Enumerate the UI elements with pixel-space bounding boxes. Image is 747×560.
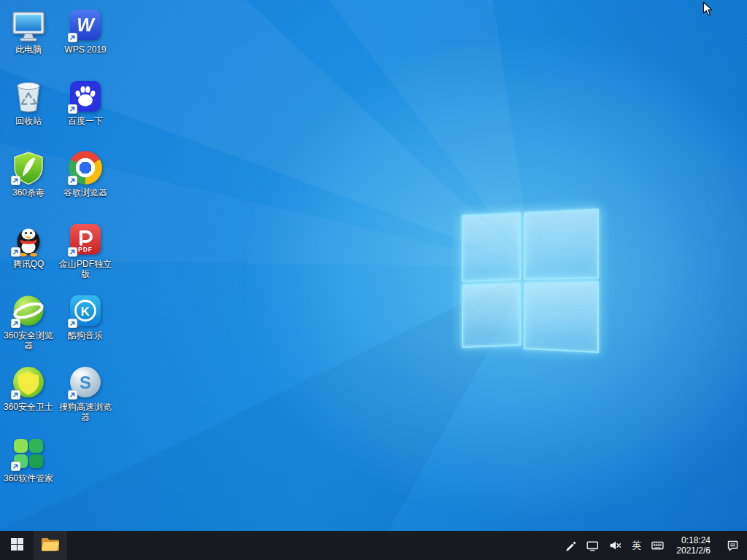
desktop-icon-grid: 此电脑 回收站 [0, 3, 114, 503]
desktop-icon-label: 360杀毒 [12, 187, 44, 198]
desktop-icon-360-secure-browser[interactable]: 360安全浏览器 [0, 289, 57, 360]
desktop-icon-label: 360安全浏览器 [1, 330, 56, 351]
desktop-icon-360-antivirus[interactable]: 360杀毒 [0, 146, 57, 217]
svg-text:W: W [77, 15, 96, 35]
clock-date: 2021/2/6 [676, 545, 711, 556]
desktop: 此电脑 回收站 [0, 0, 747, 531]
shortcut-arrow-icon [11, 319, 20, 328]
windows-ink-icon[interactable] [560, 531, 581, 560]
desktop-icon-label: 360软件管家 [4, 473, 53, 483]
desktop-icon-wps-2019[interactable]: W WPS 2019 [57, 3, 114, 74]
start-button[interactable] [0, 531, 34, 560]
touch-keyboard-icon[interactable] [646, 531, 669, 560]
desktop-icon-360-safe-guard[interactable]: 360安全卫士 [0, 360, 57, 432]
shortcut-arrow-icon [11, 462, 20, 471]
desktop-icon-label: 百度一下 [68, 116, 103, 126]
desktop-icon-label: WPS 2019 [64, 44, 106, 55]
shortcut-arrow-icon [68, 33, 77, 42]
desktop-icon-this-pc[interactable]: 此电脑 [0, 3, 57, 74]
360-software-manager-icon [11, 436, 46, 471]
desktop-icon-label: 谷歌浏览器 [63, 187, 107, 198]
shortcut-arrow-icon [68, 319, 77, 328]
qq-penguin-icon [11, 222, 46, 257]
kugou-icon: K [68, 293, 103, 328]
kingsoft-pdf-icon: PDF [68, 222, 103, 257]
desktop-icon-label: 360安全卫士 [4, 402, 53, 412]
svg-text:K: K [81, 305, 90, 319]
desktop-icon-tencent-qq[interactable]: 腾讯QQ [0, 217, 57, 289]
360-guard-icon [11, 365, 46, 400]
desktop-icon-google-chrome[interactable]: 谷歌浏览器 [57, 146, 114, 217]
svg-text:S: S [80, 373, 91, 392]
taskbar-clock[interactable]: 0:18:24 2021/2/6 [669, 531, 718, 560]
desktop-icon-baidu[interactable]: 百度一下 [57, 74, 114, 146]
folder-icon [41, 537, 60, 554]
shortcut-arrow-icon [68, 104, 77, 114]
360-antivirus-icon [11, 150, 46, 185]
shortcut-arrow-icon [11, 390, 20, 400]
svg-text:PDF: PDF [78, 246, 93, 253]
network-icon[interactable] [581, 531, 604, 560]
desktop-icon-label: 回收站 [15, 116, 42, 126]
windows-logo-icon [11, 538, 23, 553]
desktop-icon-label: 搜狗高速浏览器 [58, 402, 113, 422]
file-explorer-button[interactable] [34, 531, 67, 560]
windows-logo-wallpaper [455, 204, 604, 359]
wps-icon: W [68, 7, 103, 42]
desktop-icon-kingsoft-pdf[interactable]: PDF 金山PDF独立版 [57, 217, 114, 289]
shortcut-arrow-icon [68, 390, 77, 400]
desktop-icon-label: 酷狗音乐 [68, 330, 103, 341]
shortcut-arrow-icon [68, 247, 77, 257]
this-pc-icon [11, 7, 46, 42]
action-center-button[interactable] [718, 531, 747, 560]
system-tray: 英 0:18:24 2021/2/6 [560, 531, 747, 560]
shortcut-arrow-icon [11, 247, 20, 257]
chrome-icon [68, 150, 103, 185]
360-browser-icon [11, 293, 46, 328]
shortcut-arrow-icon [68, 176, 77, 185]
volume-muted-icon[interactable] [604, 531, 627, 560]
desktop-icon-sogou-browser[interactable]: S 搜狗高速浏览器 [57, 360, 114, 432]
desktop-icon-360-software-manager[interactable]: 360软件管家 [0, 432, 57, 503]
shortcut-arrow-icon [11, 176, 20, 185]
desktop-icon-label: 此电脑 [15, 44, 42, 55]
clock-time: 0:18:24 [681, 535, 711, 545]
recycle-bin-icon [11, 79, 46, 114]
desktop-icon-recycle-bin[interactable]: 回收站 [0, 74, 57, 146]
ime-language-indicator[interactable]: 英 [627, 531, 646, 560]
desktop-icon-label: 金山PDF独立版 [58, 259, 113, 279]
baidu-paw-icon [68, 79, 103, 114]
taskbar: 英 0:18:24 2021/2/6 [0, 531, 747, 560]
desktop-icon-kugou-music[interactable]: K 酷狗音乐 [57, 289, 114, 360]
sogou-browser-icon: S [68, 365, 103, 400]
desktop-icon-label: 腾讯QQ [13, 259, 44, 269]
